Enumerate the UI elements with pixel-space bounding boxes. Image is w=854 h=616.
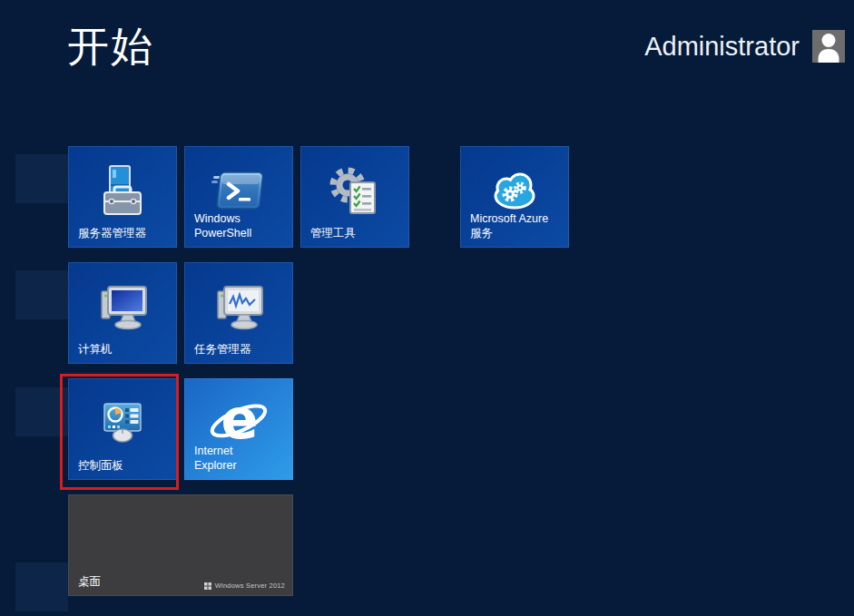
offscreen-tile[interactable] bbox=[15, 270, 68, 319]
tile-server-manager[interactable]: 服务器管理器 bbox=[68, 146, 177, 248]
user-name[interactable]: Administrator bbox=[644, 32, 800, 62]
offscreen-tile[interactable] bbox=[15, 154, 68, 203]
tile-label: Internet Explorer bbox=[194, 444, 289, 474]
offscreen-tile[interactable] bbox=[15, 562, 68, 611]
tile-desktop[interactable]: 桌面 Windows Server 2012 bbox=[68, 494, 293, 596]
windows-logo-icon bbox=[204, 582, 211, 590]
tile-label: 计算机 bbox=[78, 342, 172, 357]
server-toolbox-icon bbox=[93, 163, 152, 221]
user-avatar-icon[interactable] bbox=[812, 30, 845, 63]
tile-control-panel[interactable]: 控制面板 bbox=[68, 378, 177, 480]
tile-task-manager[interactable]: 任务管理器 bbox=[184, 262, 293, 364]
tile-admin-tools[interactable]: 管理工具 bbox=[300, 146, 409, 248]
tile-label: 管理工具 bbox=[310, 226, 405, 240]
control-panel-icon bbox=[93, 396, 152, 454]
page-title: 开始 bbox=[67, 20, 154, 73]
computer-monitor-icon bbox=[93, 279, 152, 337]
tile-computer[interactable]: 计算机 bbox=[68, 262, 177, 364]
gear-checklist-icon bbox=[326, 163, 384, 221]
tile-label: Windows PowerShell bbox=[194, 211, 289, 241]
tile-label: Microsoft Azure 服务 bbox=[470, 211, 564, 241]
tile-label: 任务管理器 bbox=[194, 342, 289, 357]
user-area[interactable]: Administrator bbox=[644, 30, 845, 63]
tile-label: 服务器管理器 bbox=[78, 226, 172, 240]
start-screen: 开始 Administrator bbox=[0, 0, 854, 616]
windows-server-watermark: Windows Server 2012 bbox=[204, 582, 285, 590]
tile-internet-explorer[interactable]: e Internet Explorer bbox=[184, 378, 293, 480]
task-monitor-icon bbox=[210, 279, 268, 337]
tile-azure-services[interactable]: Microsoft Azure 服务 bbox=[460, 146, 569, 248]
tile-label: 控制面板 bbox=[78, 458, 172, 473]
svg-text:e: e bbox=[221, 389, 259, 451]
offscreen-tile[interactable] bbox=[15, 387, 68, 436]
tile-windows-powershell[interactable]: Windows PowerShell bbox=[184, 146, 293, 248]
watermark-text: Windows Server 2012 bbox=[215, 582, 285, 590]
